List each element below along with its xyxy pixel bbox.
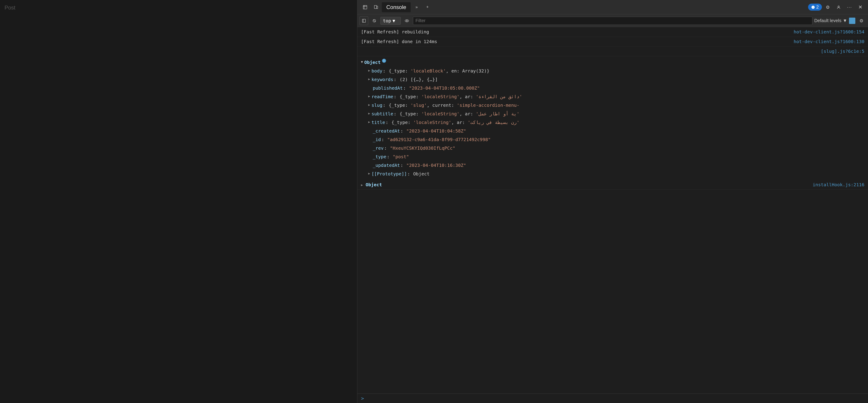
device-toggle-button[interactable] bbox=[371, 2, 381, 12]
property-row: ▶ keywords : (2) [{…}, {…}] bbox=[361, 75, 864, 84]
expand-arrow[interactable]: ▶ bbox=[368, 170, 370, 176]
console-prompt-symbol: > bbox=[361, 396, 364, 401]
svg-rect-1 bbox=[374, 5, 377, 8]
property-value: "2023-04-04T10:04:58Z" bbox=[403, 127, 466, 135]
object-label: Object bbox=[364, 59, 380, 66]
slug-source-link[interactable]: [slug].js?6c1e:5 bbox=[821, 48, 864, 55]
property-value: {_type: 'slug', current: 'simple-accordi… bbox=[386, 102, 520, 109]
log-source-link[interactable]: hot-dev-client.js?1600:130 bbox=[794, 38, 864, 45]
console-log-row: [Fast Refresh] done in 124ms hot-dev-cli… bbox=[358, 37, 868, 46]
property-value: "post" bbox=[390, 153, 409, 160]
property-value: {_type: 'localeString', ar: 'رن بسيطة في… bbox=[389, 119, 520, 126]
log-message: [Fast Refresh] rebuilding bbox=[361, 28, 429, 35]
property-key: keywords bbox=[371, 76, 393, 83]
property-value: "2023-04-04T10:05:00.000Z" bbox=[406, 85, 480, 92]
expand-arrow[interactable]: ▶ bbox=[368, 110, 370, 116]
expand-arrow[interactable]: ▶ bbox=[368, 102, 370, 107]
property-value: "HxeuYCSKYIQd030IfLqPCc" bbox=[387, 144, 455, 152]
console-input-row: > bbox=[358, 394, 868, 403]
expand-arrow[interactable]: ▼ bbox=[361, 59, 363, 64]
svg-line-9 bbox=[373, 20, 375, 22]
inspect-element-button[interactable] bbox=[360, 2, 370, 12]
more-tabs-button[interactable]: » bbox=[412, 2, 422, 12]
svg-point-5 bbox=[838, 6, 839, 7]
svg-rect-0 bbox=[363, 5, 367, 9]
property-row: _type : "post" bbox=[361, 153, 864, 161]
property-row: ▶ readTime : {_type: 'localeString', ar:… bbox=[361, 92, 864, 101]
property-key: [[Prototype]] bbox=[371, 170, 407, 177]
filter-input[interactable] bbox=[413, 17, 812, 25]
expand-arrow[interactable]: ▶ bbox=[368, 76, 370, 81]
property-key: title bbox=[371, 119, 385, 126]
devtools-toolbar: Console » + i 2 ⚙ ··· bbox=[358, 0, 868, 14]
object2-label: Object bbox=[366, 181, 382, 188]
console-input-field[interactable] bbox=[366, 396, 864, 401]
property-row: ▶ body : {_type: 'localeBlock', en: Arra… bbox=[361, 67, 864, 75]
console-log-row: ▶ Object installHook.js:2116 bbox=[358, 180, 868, 190]
sidebar-toggle-button[interactable] bbox=[360, 16, 368, 25]
settings-button[interactable]: ⚙ bbox=[823, 2, 833, 12]
add-tab-button[interactable]: + bbox=[423, 2, 432, 12]
console-settings-button[interactable]: ⚙ bbox=[857, 16, 866, 25]
devtools-panel: Console » + i 2 ⚙ ··· bbox=[357, 0, 868, 403]
property-key: _createdAt bbox=[373, 127, 400, 135]
svg-text:i: i bbox=[813, 6, 813, 8]
expand-arrow[interactable]: ▶ bbox=[368, 93, 370, 99]
property-row: _updatedAt : "2023-04-04T10:16:30Z" bbox=[361, 161, 864, 170]
property-key: _type bbox=[373, 153, 386, 160]
object-header-row: ▼ Object i bbox=[361, 58, 864, 67]
chevron-down-icon: ▼ bbox=[843, 18, 847, 23]
property-value: {_type: 'localeString', ar: 'دائق من الق… bbox=[397, 93, 522, 100]
svg-rect-6 bbox=[362, 19, 366, 22]
property-key: _updatedAt bbox=[373, 162, 400, 169]
expand-arrow[interactable]: ▶ bbox=[361, 182, 363, 188]
page-label: Post bbox=[4, 4, 16, 11]
svg-rect-2 bbox=[377, 6, 378, 8]
issues-badge-button[interactable]: i 2 bbox=[808, 4, 822, 11]
install-hook-link[interactable]: installHook.js:2116 bbox=[813, 181, 864, 188]
property-key: publishedAt bbox=[373, 85, 403, 92]
live-expressions-button[interactable] bbox=[403, 16, 411, 25]
property-value: {_type: 'localeBlock', en: Array(32)} bbox=[386, 67, 490, 74]
console-log-row: [slug].js?6c1e:5 bbox=[358, 46, 868, 56]
property-row: publishedAt : "2023-04-04T10:05:00.000Z" bbox=[361, 84, 864, 92]
console-secondary-toolbar: top ▼ Default levels ▼ ⚙ bbox=[358, 14, 868, 27]
info-badge: i bbox=[382, 59, 386, 63]
property-key: subtitle bbox=[371, 110, 393, 117]
profile-button[interactable] bbox=[834, 2, 844, 12]
property-row: _createdAt : "2023-04-04T10:04:58Z" bbox=[361, 127, 864, 135]
property-key: slug bbox=[371, 102, 382, 109]
close-devtools-button[interactable]: ✕ bbox=[855, 2, 865, 12]
property-key: body bbox=[371, 67, 382, 74]
expand-arrow[interactable]: ▶ bbox=[368, 119, 370, 124]
property-row: ▶ subtitle : {_type: 'localeString', ar:… bbox=[361, 109, 864, 118]
log-levels-dropdown[interactable]: Default levels ▼ bbox=[814, 18, 847, 23]
property-key: readTime bbox=[371, 93, 393, 100]
property-row: _rev : "HxeuYCSKYIQd030IfLqPCc" bbox=[361, 144, 864, 153]
gear-icon: ⚙ bbox=[860, 18, 864, 24]
console-log-row: [Fast Refresh] rebuilding hot-dev-client… bbox=[358, 27, 868, 37]
expand-arrow[interactable]: ▶ bbox=[368, 67, 370, 73]
console-feature-icon bbox=[849, 18, 855, 24]
property-row: _id : "ad629132-c9a6-41da-8f99-d7721492c… bbox=[361, 135, 864, 144]
property-row: ▶ slug : {_type: 'slug', current: 'simpl… bbox=[361, 101, 864, 109]
tab-console[interactable]: Console bbox=[382, 2, 411, 12]
more-options-button[interactable]: ··· bbox=[844, 2, 855, 12]
console-output[interactable]: [Fast Refresh] rebuilding hot-dev-client… bbox=[358, 27, 868, 394]
clear-console-button[interactable] bbox=[370, 16, 379, 25]
context-selector-dropdown[interactable]: top ▼ bbox=[380, 17, 401, 25]
svg-point-11 bbox=[406, 20, 408, 21]
property-value: "ad629132-c9a6-41da-8f99-d7721492c998" bbox=[384, 136, 491, 143]
property-key: _id bbox=[373, 136, 381, 143]
page-area: Post bbox=[0, 0, 357, 403]
property-value: "2023-04-04T10:16:30Z" bbox=[403, 162, 466, 169]
chevron-down-icon: ▼ bbox=[393, 18, 395, 24]
object-tree: ▼ Object i ▶ body : {_type: 'localeBlock… bbox=[358, 56, 868, 180]
property-key: _rev bbox=[373, 144, 383, 152]
property-value: Object bbox=[410, 170, 430, 177]
svg-point-10 bbox=[405, 20, 409, 22]
log-message: [Fast Refresh] done in 124ms bbox=[361, 38, 437, 45]
property-row: ▶ title : {_type: 'localeString', ar: 'ر… bbox=[361, 118, 864, 127]
property-value: (2) [{…}, {…}] bbox=[397, 76, 438, 83]
log-source-link[interactable]: hot-dev-client.js?1600:154 bbox=[794, 28, 864, 35]
